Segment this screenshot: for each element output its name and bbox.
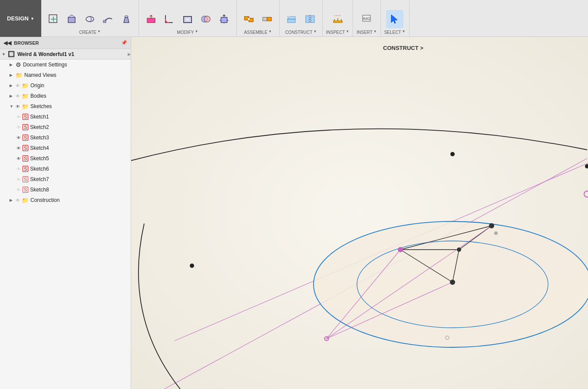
sketch4-icon: S	[23, 145, 28, 151]
sketch6-icon: S	[23, 166, 28, 172]
browser-item-sketch1[interactable]: 👁 S Sketch1	[0, 112, 131, 122]
sketch2-icon: S	[23, 124, 28, 130]
midplane-button[interactable]	[301, 10, 319, 28]
browser-item-bodies[interactable]: ▶ 👁 📁 Bodies	[0, 91, 131, 101]
select-icon	[389, 13, 401, 25]
fillet-button[interactable]	[161, 10, 178, 28]
modify-dropdown-arrow[interactable]: ▼	[195, 30, 198, 33]
eye-open-sketches-icon: 👁	[16, 104, 20, 109]
browser-pin-icon[interactable]: 📌	[121, 40, 127, 46]
design-label: DESIGN	[7, 15, 29, 22]
browser-item-sketch7[interactable]: 👁 S Sketch7	[0, 174, 131, 185]
browser-item-sketch3[interactable]: 👁 S Sketch3	[0, 132, 131, 143]
construct-section: CONSTRUCT ▼	[280, 0, 323, 36]
browser-item-sketch2[interactable]: 👁 S Sketch2	[0, 122, 131, 132]
svg-point-8	[125, 16, 128, 17]
loft-button[interactable]	[118, 10, 135, 28]
browser-item-origin[interactable]: ▶ 👁 📁 Origin	[0, 80, 131, 91]
revolve-icon	[84, 13, 96, 25]
eye-closed-icon: 👁	[16, 83, 20, 88]
inspect-dropdown-arrow[interactable]: ▼	[346, 30, 349, 33]
combine-icon	[200, 13, 212, 25]
shell-icon	[182, 13, 194, 25]
svg-point-54	[457, 247, 461, 252]
create-dropdown-arrow[interactable]: ▼	[97, 30, 101, 33]
browser-item-sketch4[interactable]: 👁 S Sketch4	[0, 143, 131, 153]
eye-closed-bodies-icon: 👁	[16, 94, 20, 99]
svg-rect-11	[185, 18, 190, 21]
svg-point-49	[190, 264, 194, 268]
browser-item-sketch8[interactable]: 👁 S Sketch8	[0, 185, 131, 195]
browser-item-sketch6[interactable]: 👁 S Sketch6	[0, 164, 131, 174]
svg-rect-23	[306, 16, 309, 23]
browser-root-item[interactable]: ▼ 🔲 Weird & Wonderful1 v1 ▶	[0, 49, 131, 59]
select-dropdown-arrow[interactable]: ▼	[402, 30, 406, 33]
play-icon: ▶	[128, 52, 131, 56]
sketch1-icon: S	[23, 114, 28, 120]
construct-label: CONSTRUCT	[285, 30, 313, 35]
svg-point-52	[494, 231, 498, 235]
modify-section: MODIFY ▼	[139, 0, 237, 36]
sketch6-label: Sketch6	[30, 166, 131, 172]
browser-item-sketch5[interactable]: 👁 S Sketch5	[0, 153, 131, 164]
svg-rect-14	[221, 17, 227, 23]
svg-text:IMG: IMG	[363, 16, 370, 21]
insert-section: IMG INSERT ▼	[353, 0, 380, 36]
design-dropdown-button[interactable]: DESIGN ▼	[0, 0, 41, 37]
sweep-button[interactable]	[99, 10, 117, 28]
folder-bodies-icon: 📁	[22, 93, 29, 99]
svg-point-47	[450, 152, 455, 156]
folder-construction-icon: 📁	[22, 197, 29, 204]
collapse-icon[interactable]: ◀◀	[3, 40, 11, 46]
loft-icon	[120, 13, 132, 25]
svg-marker-4	[68, 15, 75, 17]
construction-label: Construction	[30, 197, 131, 203]
svg-point-17	[248, 18, 250, 20]
expand-arrow-construction: ▶	[10, 198, 16, 202]
browser-item-construction[interactable]: ▶ 👁 📁 Construction	[0, 195, 131, 205]
folder-origin-icon: 📁	[22, 82, 29, 89]
select-label: SELECT	[384, 30, 401, 35]
select-section: SELECT ▼	[381, 0, 410, 36]
eye-closed-construction-icon: 👁	[16, 198, 20, 203]
assemble-dropdown-arrow[interactable]: ▼	[268, 30, 272, 33]
sketch8-label: Sketch8	[30, 187, 131, 193]
insert-mesh-button[interactable]: IMG	[358, 10, 375, 28]
sketch8-icon: S	[23, 187, 28, 193]
combine-button[interactable]	[197, 10, 215, 28]
measure-icon	[332, 13, 344, 25]
joint-button[interactable]	[240, 10, 258, 28]
offset-plane-button[interactable]	[283, 10, 301, 28]
svg-rect-3	[68, 17, 75, 23]
sketch1-label: Sketch1	[30, 114, 131, 120]
sweep-icon	[102, 13, 114, 25]
measure-button[interactable]	[329, 10, 347, 28]
new-component-button[interactable]	[45, 10, 62, 28]
midplane-icon	[304, 13, 316, 25]
select-button[interactable]	[386, 10, 403, 28]
eye-open-sketch3-icon: 👁	[17, 135, 21, 140]
construct-dropdown-arrow[interactable]: ▼	[313, 30, 317, 33]
inspect-label: INSPECT	[326, 30, 345, 35]
sketch5-icon: S	[23, 155, 28, 162]
eye-open-sketch5-icon: 👁	[17, 156, 21, 161]
press-pull-button[interactable]	[142, 10, 160, 28]
revolve-button[interactable]	[81, 10, 99, 28]
svg-point-56	[324, 336, 329, 341]
as-built-joint-button[interactable]	[258, 10, 276, 28]
move-bodies-button[interactable]	[215, 10, 233, 28]
browser-item-doc-settings[interactable]: ▶ ⚙ Document Settings	[0, 59, 131, 70]
svg-point-51	[489, 223, 494, 228]
shell-button[interactable]	[179, 10, 196, 28]
viewport[interactable]: CONSTRUCT >	[131, 37, 588, 389]
press-pull-icon	[145, 13, 157, 25]
fillet-icon	[163, 13, 175, 25]
inspect-section: INSPECT ▼	[323, 0, 353, 36]
browser-item-named-views[interactable]: ▶ 📁 Named Views	[0, 70, 131, 80]
chevron-down-icon: ▼	[30, 16, 34, 21]
svg-marker-33	[391, 15, 397, 23]
insert-dropdown-arrow[interactable]: ▼	[373, 30, 377, 33]
extrude-button[interactable]	[63, 10, 80, 28]
svg-rect-26	[334, 21, 342, 23]
browser-item-sketches[interactable]: ▼ 👁 📁 Sketches	[0, 101, 131, 112]
